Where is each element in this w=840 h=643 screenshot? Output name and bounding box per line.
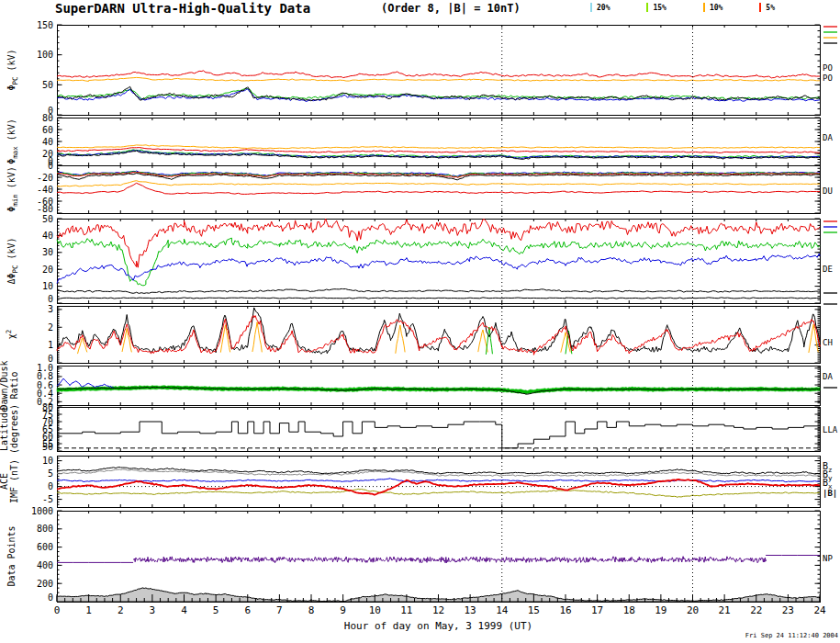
right-panel-label: CH xyxy=(823,338,833,347)
y-tick-label: 100 xyxy=(37,50,53,60)
y-tick-label: -5 xyxy=(42,494,53,504)
y-tick-label: 50 xyxy=(42,80,53,90)
imf-by-olive xyxy=(57,489,820,497)
panel-pc-ticks: 050100150 xyxy=(37,20,820,117)
ratio-blue xyxy=(57,378,114,388)
y-tick-label: 0 xyxy=(48,161,53,171)
panel-ratio-ticks: 0.20.40.60.81.0 xyxy=(37,363,820,407)
y-tick-label: 1 xyxy=(48,340,53,350)
y-tick-label: 1.0 xyxy=(37,363,53,373)
y-tick-label: 60 xyxy=(42,125,53,135)
panel-chi-ticks: 0123 xyxy=(48,304,820,364)
y-axis-label: IMF (nT) xyxy=(9,459,19,503)
y-tick-label: 0 xyxy=(48,481,53,491)
right-panel-label: NP xyxy=(823,554,833,563)
latitude-steps xyxy=(57,422,820,448)
right-panel-label: |B| xyxy=(823,489,837,498)
y-tick-label: 600 xyxy=(37,542,53,552)
x-tick-label: 8 xyxy=(308,604,315,616)
y-tick-label: -40 xyxy=(37,185,53,195)
panel-lat-ticks: 50556065707580 xyxy=(42,402,820,453)
x-tick-label: 9 xyxy=(340,604,346,616)
phimin-orange xyxy=(57,181,820,186)
y-tick-label: 800 xyxy=(37,524,53,534)
x-tick-label: 7 xyxy=(276,604,283,616)
x-tick-label: 22 xyxy=(750,604,762,616)
y-axis-label: Latitude xyxy=(0,407,9,451)
y-tick-label: 400 xyxy=(37,560,53,570)
panel-pc: ΦPC (kV)050100150POPO xyxy=(6,20,837,117)
panel-np: Data Points02004006008001000NP xyxy=(6,506,833,604)
pc-potential-orange xyxy=(57,77,820,81)
panel-dphi: ΔΦPC (kV)01020304050DE xyxy=(6,214,837,305)
phimax-orange xyxy=(57,145,820,149)
y-tick-label: -20 xyxy=(37,173,53,183)
y-axis-label: ΦPC (kV) xyxy=(6,49,19,90)
y-tick-label: 0 xyxy=(48,592,53,603)
dphi-blue xyxy=(57,254,820,283)
np-purple xyxy=(57,556,820,563)
x-tick-label: 10 xyxy=(369,604,381,616)
y-tick-label: 40 xyxy=(42,231,53,241)
y-axis-label: Ratio xyxy=(9,371,19,399)
y-tick-label: 30 xyxy=(42,247,53,257)
x-axis-title: Hour of day on May, 3 1999 (UT) xyxy=(57,620,820,632)
x-tick-label: 5 xyxy=(213,604,219,616)
y-axis-label: Data Points xyxy=(6,525,17,586)
y-tick-label: 5 xyxy=(48,468,53,479)
right-panel-label: PO xyxy=(823,63,833,73)
y-tick-label: 200 xyxy=(37,579,53,589)
x-tick-label: 2 xyxy=(118,604,124,616)
x-tick-label: 17 xyxy=(591,604,603,616)
panel-imf: ACEIMF (nT)-50510BzByBx|B| xyxy=(0,456,837,507)
plot-canvas: ΦPC (kV)050100150POPOΦmax (kV)020406080D… xyxy=(0,0,840,643)
x-tick-label: 0 xyxy=(54,604,61,616)
right-panel-label: DU xyxy=(823,186,833,196)
y-axis-label: ACE xyxy=(0,473,9,490)
y-tick-label: 20 xyxy=(42,149,53,159)
y-tick-label: 50 xyxy=(42,214,53,224)
pc-potential-red xyxy=(57,71,820,78)
imf-bx-blue xyxy=(57,479,820,482)
y-tick-label: 1000 xyxy=(31,506,53,516)
y-axis-label: (degrees) xyxy=(9,404,19,454)
x-tick-label: 21 xyxy=(719,604,731,616)
x-tick-label: 16 xyxy=(559,604,571,616)
y-axis-label: Φmax (kV) xyxy=(6,118,19,164)
x-tick-label: 4 xyxy=(181,604,187,616)
x-tick-label: 19 xyxy=(655,604,666,616)
y-tick-label: 80 xyxy=(42,402,53,412)
x-tick-label: 3 xyxy=(150,604,156,616)
x-tick-label: 13 xyxy=(465,604,476,616)
panel-phimin: Φmin (kV)0-20-40-60-80DU xyxy=(6,161,833,215)
superdarn-figure: SuperDARN Ultra-High-Quality Data (Order… xyxy=(0,0,840,643)
pc-potential-black xyxy=(57,86,820,101)
right-panel-label: PO xyxy=(823,73,833,83)
y-tick-label: 2 xyxy=(48,322,53,333)
right-panel-label: DA xyxy=(823,133,833,142)
x-tick-label: 14 xyxy=(496,604,509,616)
y-axis-label: Dawn/Dusk xyxy=(0,360,9,410)
x-tick-label: 11 xyxy=(400,604,412,616)
x-tick-label: 12 xyxy=(432,604,444,616)
x-tick-label: 6 xyxy=(244,604,251,616)
dphi-black-upper xyxy=(57,288,820,293)
imf-btotal-black xyxy=(57,468,820,475)
x-tick-label: 18 xyxy=(623,604,635,616)
x-tick-label: 15 xyxy=(528,604,540,616)
panel-phimin-ticks: 0-20-40-60-80 xyxy=(37,161,820,215)
y-axis-label: ΔΦPC (kV) xyxy=(6,237,19,284)
x-tick-label: 1 xyxy=(85,604,92,616)
right-panel-label: DE xyxy=(823,265,833,274)
phimin-red-lower xyxy=(57,183,820,194)
y-tick-label: 40 xyxy=(42,137,53,147)
panel-phimax-ticks: 020406080 xyxy=(42,113,820,167)
chi-black xyxy=(57,308,820,354)
y-tick-label: 0 xyxy=(48,294,53,304)
panel-lat: Latitude(degrees)50556065707580LLA xyxy=(0,402,838,455)
y-tick-label: 20 xyxy=(42,265,53,275)
y-tick-label: 10 xyxy=(42,456,53,466)
y-tick-label: 80 xyxy=(42,113,53,123)
y-tick-label: 150 xyxy=(37,20,53,30)
x-tick-label: 24 xyxy=(813,604,826,616)
